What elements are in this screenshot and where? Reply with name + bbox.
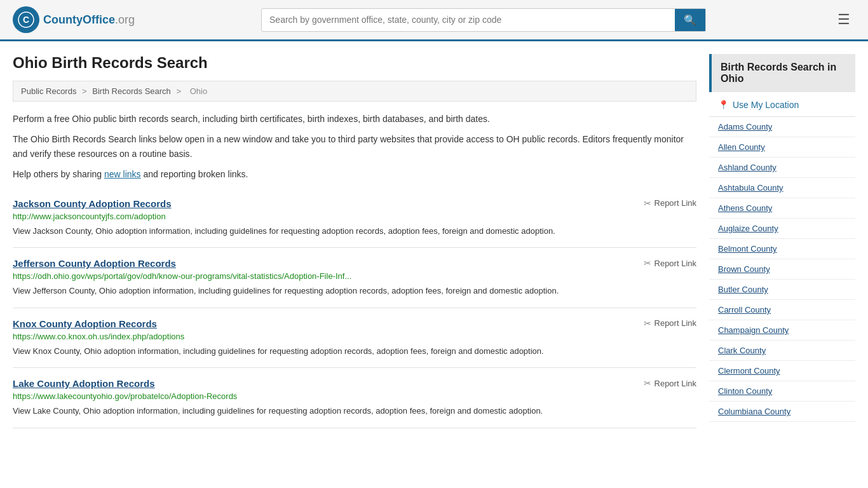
report-link-0[interactable]: ✂ Report Link	[644, 198, 696, 208]
sidebar: Birth Records Search in Ohio 📍 Use My Lo…	[709, 54, 855, 428]
county-link-1[interactable]: Allen County	[709, 137, 855, 157]
desc-3-suffix: and reporting broken links.	[141, 169, 248, 179]
results-list: Jackson County Adoption Records ✂ Report…	[13, 188, 696, 428]
report-icon-2: ✂	[644, 318, 651, 329]
result-title-1[interactable]: Jefferson County Adoption Records	[13, 258, 176, 269]
county-link-6[interactable]: Belmont County	[709, 239, 855, 259]
county-list: Adams CountyAllen CountyAshland CountyAs…	[709, 117, 855, 422]
report-label-0: Report Link	[654, 198, 696, 208]
report-link-3[interactable]: ✂ Report Link	[644, 378, 696, 388]
report-link-1[interactable]: ✂ Report Link	[644, 258, 696, 268]
county-list-item: Clinton County	[709, 381, 855, 402]
search-icon: 🔍	[684, 15, 696, 25]
county-link-9[interactable]: Carroll County	[709, 300, 855, 320]
search-input[interactable]	[262, 10, 675, 30]
breadcrumb-sep2: >	[176, 86, 181, 96]
menu-button[interactable]: ☰	[832, 9, 855, 30]
result-desc-1: View Jefferson County, Ohio adoption inf…	[13, 285, 696, 297]
county-link-0[interactable]: Adams County	[709, 117, 855, 137]
desc-2: The Ohio Birth Records Search links belo…	[13, 132, 696, 161]
report-label-2: Report Link	[654, 318, 696, 328]
result-card-1: Jefferson County Adoption Records ✂ Repo…	[13, 248, 696, 308]
county-list-item: Ashtabula County	[709, 178, 855, 198]
county-list-item: Brown County	[709, 259, 855, 280]
county-list-item: Adams County	[709, 117, 855, 137]
county-list-item: Butler County	[709, 280, 855, 300]
county-list-item: Columbiana County	[709, 402, 855, 422]
desc-1: Perform a free Ohio public birth records…	[13, 112, 696, 126]
county-list-item: Allen County	[709, 137, 855, 158]
county-link-14[interactable]: Columbiana County	[709, 402, 855, 421]
county-link-13[interactable]: Clinton County	[709, 381, 855, 401]
county-link-10[interactable]: Champaign County	[709, 320, 855, 340]
result-desc-3: View Lake County, Ohio adoption informat…	[13, 405, 696, 417]
county-link-2[interactable]: Ashland County	[709, 158, 855, 177]
breadcrumb-ohio: Ohio	[190, 86, 207, 96]
main-content: Ohio Birth Records Search Public Records…	[13, 54, 696, 428]
breadcrumb-public-records[interactable]: Public Records	[21, 86, 76, 96]
location-label: Use My Location	[733, 100, 799, 110]
county-list-item: Auglaize County	[709, 219, 855, 239]
page-title: Ohio Birth Records Search	[13, 54, 696, 72]
new-links-link[interactable]: new links	[104, 169, 141, 179]
result-url-3[interactable]: https://www.lakecountyohio.gov/probatelc…	[13, 391, 696, 401]
result-card-2: Knox County Adoption Records ✂ Report Li…	[13, 308, 696, 369]
desc-3: Help others by sharing new links and rep…	[13, 167, 696, 181]
report-label-1: Report Link	[654, 259, 696, 268]
county-list-item: Ashland County	[709, 158, 855, 178]
result-card-3: Lake County Adoption Records ✂ Report Li…	[13, 368, 696, 428]
breadcrumb: Public Records > Birth Records Search > …	[13, 81, 696, 102]
breadcrumb-sep1: >	[82, 86, 87, 96]
result-url-2[interactable]: https://www.co.knox.oh.us/index.php/adop…	[13, 332, 696, 341]
county-link-5[interactable]: Auglaize County	[709, 219, 855, 238]
breadcrumb-birth-records-search[interactable]: Birth Records Search	[92, 86, 171, 96]
report-link-2[interactable]: ✂ Report Link	[644, 318, 696, 329]
county-list-item: Carroll County	[709, 300, 855, 320]
report-icon-1: ✂	[644, 258, 651, 268]
result-card-0: Jackson County Adoption Records ✂ Report…	[13, 188, 696, 248]
logo-icon: C	[13, 6, 39, 33]
result-url-1[interactable]: https://odh.ohio.gov/wps/portal/gov/odh/…	[13, 271, 696, 281]
svg-text:C: C	[23, 15, 29, 25]
use-my-location[interactable]: 📍 Use My Location	[709, 93, 855, 117]
result-title-0[interactable]: Jackson County Adoption Records	[13, 198, 171, 209]
county-list-item: Clermont County	[709, 361, 855, 381]
logo-name: CountyOffice.org	[43, 13, 135, 27]
site-logo[interactable]: C CountyOffice.org	[13, 6, 135, 33]
county-list-item: Champaign County	[709, 320, 855, 341]
result-url-0[interactable]: http://www.jacksoncountyjfs.com/adoption	[13, 212, 696, 221]
result-title-3[interactable]: Lake County Adoption Records	[13, 378, 155, 389]
result-desc-0: View Jackson County, Ohio adoption infor…	[13, 225, 696, 238]
sidebar-title: Birth Records Search in Ohio	[709, 54, 855, 92]
county-list-item: Belmont County	[709, 239, 855, 259]
search-button[interactable]: 🔍	[675, 9, 705, 31]
county-link-4[interactable]: Athens County	[709, 198, 855, 218]
search-bar: 🔍	[261, 8, 706, 32]
report-icon-0: ✂	[644, 198, 651, 208]
county-link-8[interactable]: Butler County	[709, 280, 855, 299]
desc-3-prefix: Help others by sharing	[13, 169, 104, 179]
report-label-3: Report Link	[654, 379, 696, 388]
result-title-2[interactable]: Knox County Adoption Records	[13, 318, 157, 329]
county-list-item: Athens County	[709, 198, 855, 219]
report-icon-3: ✂	[644, 378, 651, 388]
county-link-3[interactable]: Ashtabula County	[709, 178, 855, 198]
location-pin-icon: 📍	[718, 100, 729, 110]
county-link-7[interactable]: Brown County	[709, 259, 855, 279]
menu-icon: ☰	[837, 11, 850, 27]
result-desc-2: View Knox County, Ohio adoption informat…	[13, 345, 696, 358]
county-list-item: Clark County	[709, 341, 855, 361]
county-link-11[interactable]: Clark County	[709, 341, 855, 360]
county-link-12[interactable]: Clermont County	[709, 361, 855, 381]
